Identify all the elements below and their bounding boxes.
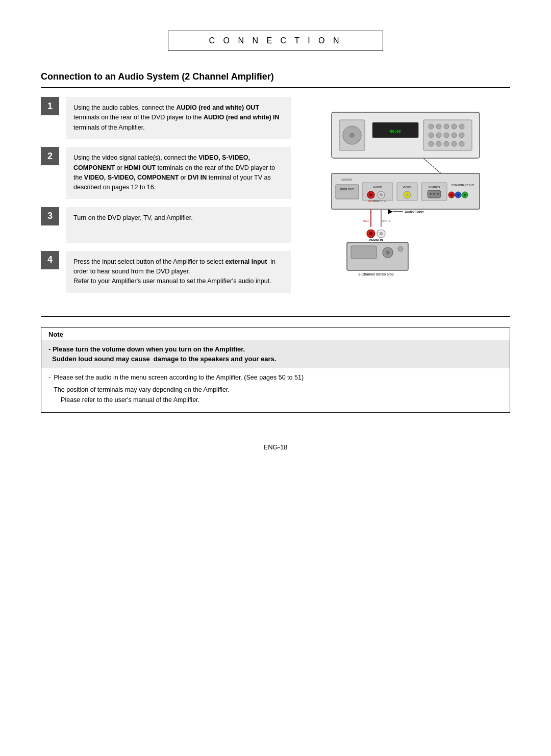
step-3-number: 3 (41, 207, 59, 225)
svg-point-20 (452, 141, 457, 146)
step-1-number: 1 (41, 97, 59, 115)
step-4-content: Press the input select button of the Amp… (66, 251, 291, 293)
bullet-dash-1: - (48, 372, 51, 383)
svg-point-8 (436, 124, 441, 129)
svg-point-16 (459, 133, 464, 138)
note-bullet-1: - Please set the audio in the menu scree… (48, 372, 503, 383)
svg-marker-54 (388, 209, 393, 214)
svg-point-10 (452, 124, 457, 129)
svg-point-14 (444, 133, 449, 138)
note-bullet-1-text: Please set the audio in the menu screen … (54, 372, 304, 383)
svg-text:AUDIO: AUDIO (373, 186, 382, 189)
step-1-content: Using the audio cables, connect the AUDI… (66, 97, 291, 139)
svg-text:COMPONENT OUT: COMPONENT OUT (452, 184, 474, 187)
svg-text:Audio Cable: Audio Cable (405, 210, 424, 214)
svg-text:2-Channel stereo amp: 2-Channel stereo amp (358, 272, 393, 276)
main-content: 1 Using the audio cables, connect the AU… (41, 97, 510, 301)
svg-point-3 (349, 133, 355, 138)
svg-point-9 (444, 124, 449, 129)
step-4-number: 4 (41, 251, 59, 269)
svg-point-19 (444, 141, 449, 146)
svg-point-13 (436, 133, 441, 138)
svg-point-7 (429, 124, 434, 129)
svg-point-42 (437, 193, 439, 195)
svg-point-12 (429, 133, 434, 138)
step-1: 1 Using the audio cables, connect the AU… (41, 97, 291, 139)
svg-rect-24 (336, 185, 359, 199)
steps-column: 1 Using the audio cables, connect the AU… (41, 97, 291, 301)
note-bullet-2: - The position of terminals may vary dep… (48, 385, 503, 405)
page-footer: ENG-18 (41, 443, 510, 451)
svg-point-11 (459, 124, 464, 129)
page-header: C O N N E C T I O N (41, 31, 510, 51)
svg-point-40 (430, 193, 432, 195)
svg-point-41 (433, 193, 435, 195)
section-divider (41, 316, 510, 317)
svg-text:RED: RED (368, 199, 374, 203)
svg-text:WHITE: WHITE (382, 219, 391, 222)
note-warning: - Please turn the volume down when you t… (41, 340, 510, 368)
connection-diagram: 00:00 HDMI OUT (321, 107, 495, 291)
svg-point-67 (369, 232, 372, 236)
step-3: 3 Turn on the DVD player, TV, and Amplif… (41, 207, 291, 243)
page-number: ENG-18 (264, 443, 288, 451)
svg-rect-62 (351, 246, 377, 259)
svg-point-36 (406, 193, 409, 196)
svg-point-64 (386, 250, 390, 255)
step-3-content: Turn on the DVD player, TV, and Amplifie… (66, 207, 291, 243)
svg-text:VIDEO: VIDEO (403, 186, 412, 189)
note-title: Note (41, 327, 510, 340)
note-bullets: - Please set the audio in the menu scree… (41, 368, 510, 412)
connection-title-text: C O N N E C T I O N (209, 36, 342, 45)
svg-text:AUDIO IN: AUDIO IN (369, 238, 383, 241)
connection-title: C O N N E C T I O N (168, 31, 384, 51)
svg-text:HDMI OUT: HDMI OUT (340, 188, 354, 191)
bullet-dash-2: - (48, 385, 51, 405)
svg-point-65 (398, 246, 403, 251)
svg-text:WHITE: WHITE (377, 199, 386, 203)
svg-point-69 (379, 232, 383, 236)
note-section: Note - Please turn the volume down when … (41, 327, 510, 413)
svg-point-31 (380, 193, 383, 196)
step-2: 2 Using the video signal cable(s), conne… (41, 147, 291, 199)
svg-point-29 (369, 193, 372, 196)
svg-text:00:00: 00:00 (390, 130, 400, 134)
svg-point-18 (436, 141, 441, 146)
svg-point-48 (457, 194, 459, 196)
note-warning-text: - Please turn the volume down when you t… (48, 345, 276, 363)
section-title: Connection to an Audio System (2 Channel… (41, 71, 510, 88)
svg-point-46 (450, 194, 453, 196)
step-2-number: 2 (41, 147, 59, 165)
svg-point-17 (429, 141, 434, 146)
svg-text:S-VIDEO: S-VIDEO (428, 186, 440, 189)
svg-text:COAXIAL: COAXIAL (341, 178, 353, 181)
svg-text:RED: RED (363, 219, 369, 222)
diagram-column: 00:00 HDMI OUT (306, 97, 511, 301)
svg-point-21 (459, 141, 464, 146)
step-4: 4 Press the input select button of the A… (41, 251, 291, 293)
note-bullet-2-text: The position of terminals may vary depen… (54, 385, 230, 405)
svg-point-15 (452, 133, 457, 138)
svg-point-50 (463, 194, 466, 196)
step-2-content: Using the video signal cable(s), connect… (66, 147, 291, 199)
